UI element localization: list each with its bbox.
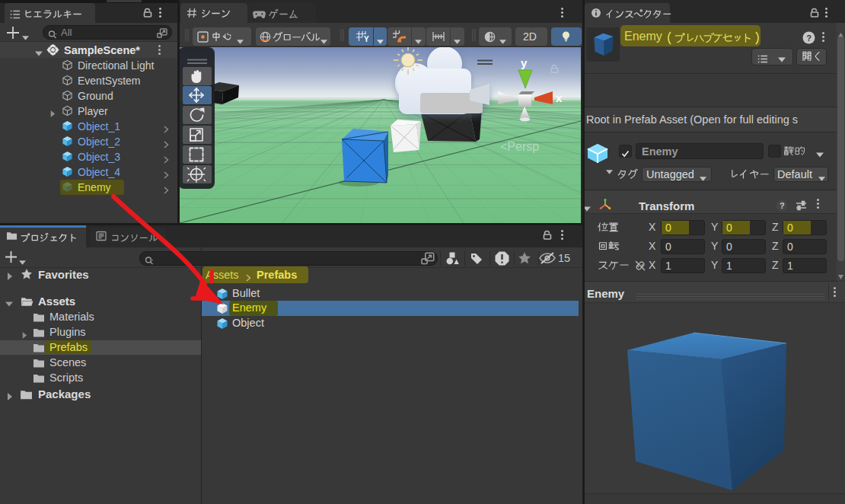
svg-text:?: ? [780, 201, 785, 210]
svg-text:y: y [521, 56, 528, 69]
svg-text:?: ? [806, 33, 812, 43]
svg-text:x: x [556, 91, 563, 104]
